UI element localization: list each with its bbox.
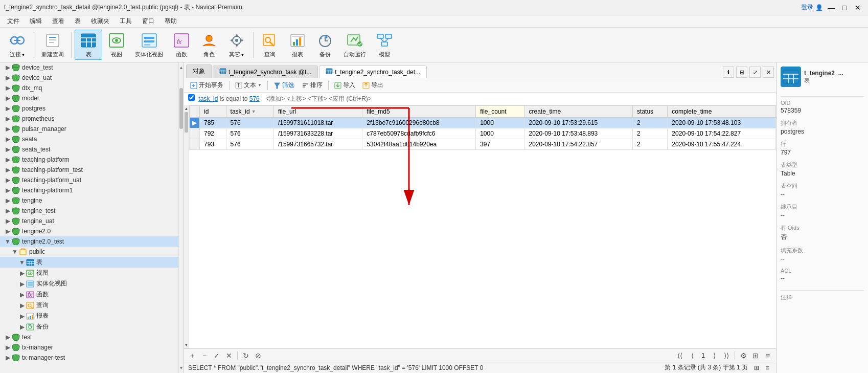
sort-button[interactable]: 排序 bbox=[299, 80, 326, 91]
table-row[interactable]: 792 576 /1599731633228.tar c787eb50978cd… bbox=[190, 128, 776, 139]
status-grid-icon[interactable]: ⊞ bbox=[752, 363, 761, 372]
check-button[interactable]: ✓ bbox=[212, 350, 222, 361]
menu-view[interactable]: 查看 bbox=[47, 16, 70, 27]
tool-function[interactable]: fx 函数 bbox=[168, 30, 195, 59]
sidebar-item-teaching-platform_uat[interactable]: ▶ teaching-platform_uat bbox=[0, 175, 178, 185]
import-button[interactable]: 导入 bbox=[331, 80, 358, 91]
sidebar-item-tengine2.0_test[interactable]: ▼ tengine2.0_test bbox=[0, 236, 178, 247]
sidebar-item-teaching-platform[interactable]: ▶ teaching-platform bbox=[0, 155, 178, 165]
table-row[interactable]: ▶ 785 576 /1599731611018.tar 2f13be7c916… bbox=[190, 118, 776, 128]
tool-role[interactable]: 角色 bbox=[196, 30, 222, 59]
begin-tx-button[interactable]: 开始事务 bbox=[187, 80, 226, 91]
sidebar-item-tengine_uat[interactable]: ▶ tengine_uat bbox=[0, 216, 178, 226]
sidebar-item-views[interactable]: ▶ 视图 bbox=[0, 268, 178, 278]
col-complete_time[interactable]: complete_time bbox=[668, 106, 776, 118]
col-status[interactable]: status bbox=[633, 106, 668, 118]
tool-view[interactable]: 视图 bbox=[103, 30, 130, 59]
menu-table[interactable]: 表 bbox=[70, 16, 86, 27]
tool-backup[interactable]: 备份 bbox=[312, 30, 338, 59]
menu-window[interactable]: 窗口 bbox=[137, 16, 159, 27]
sidebar-item-tengine_test[interactable]: ▶ tengine_test bbox=[0, 206, 178, 216]
sidebar-item-tengine2.0[interactable]: ▶ tengine2.0 bbox=[0, 226, 178, 236]
sidebar-item-backups[interactable]: ▶ 备份 bbox=[0, 321, 178, 332]
close-tab-button[interactable]: ✕ bbox=[763, 67, 774, 78]
sidebar-vscrollbar[interactable]: ▲ ▼ bbox=[178, 62, 184, 373]
menu-help[interactable]: 帮助 bbox=[159, 16, 182, 27]
tool-connect[interactable]: 连接 ▼ bbox=[4, 30, 31, 59]
col-create_time[interactable]: create_time bbox=[524, 106, 633, 118]
prev-page-button[interactable]: ⟨ bbox=[687, 350, 697, 361]
left-scroll-down[interactable]: ▼ bbox=[185, 343, 189, 347]
filter-field[interactable]: task_id bbox=[198, 95, 218, 102]
col-file_md5[interactable]: file_md5 bbox=[362, 106, 476, 118]
table-row[interactable]: 793 576 /1599731665732.tar 53042f48aa1d8… bbox=[190, 139, 776, 150]
tool-auto-run[interactable]: 自动运行 bbox=[339, 30, 370, 59]
next-page-button[interactable]: ⟩ bbox=[709, 350, 719, 361]
col-task_id[interactable]: task_id▼ bbox=[226, 106, 273, 118]
sidebar-item-seata[interactable]: ▶ seata bbox=[0, 134, 178, 144]
cancel-button[interactable]: ✕ bbox=[224, 350, 234, 361]
user-label[interactable]: 登录 bbox=[801, 3, 813, 12]
settings-button[interactable]: ⚙ bbox=[738, 350, 748, 361]
menu-file[interactable]: 文件 bbox=[2, 16, 25, 27]
add-row-button[interactable]: + bbox=[187, 350, 197, 361]
sidebar-item-model[interactable]: ▶ model bbox=[0, 93, 178, 103]
menu-tools[interactable]: 工具 bbox=[115, 16, 137, 27]
sidebar-scroll[interactable]: ▶ device_test ▶ device_uat ▶ dtx_mq bbox=[0, 62, 178, 373]
tool-table[interactable]: 表 bbox=[75, 30, 102, 60]
tab-task-detail[interactable]: t_tengine2_synchro_task_det... bbox=[319, 65, 427, 78]
col-file_count[interactable]: file_count bbox=[476, 106, 524, 118]
sidebar-item-tx-manager-test[interactable]: ▶ tx-manager-test bbox=[0, 353, 178, 363]
filter-button[interactable]: 筛选 bbox=[270, 80, 298, 91]
sidebar-item-tengine[interactable]: ▶ tengine bbox=[0, 195, 178, 206]
tool-other[interactable]: 其它 ▼ bbox=[223, 30, 250, 59]
left-scroll[interactable]: ▲ ▼ bbox=[184, 105, 189, 348]
refresh-button[interactable]: ↻ bbox=[241, 350, 251, 361]
tool-model[interactable]: 模型 bbox=[371, 30, 398, 59]
first-page-button[interactable]: ⟨⟨ bbox=[675, 350, 685, 361]
status-form-icon[interactable]: ≡ bbox=[763, 363, 772, 372]
remove-row-button[interactable]: − bbox=[199, 350, 210, 361]
menu-favorites[interactable]: 收藏夹 bbox=[86, 16, 115, 27]
sidebar-item-functions[interactable]: ▶ fx 函数 bbox=[0, 289, 178, 300]
sidebar-item-tables[interactable]: ▼ 表 bbox=[0, 257, 178, 268]
last-page-button[interactable]: ⟩⟩ bbox=[721, 350, 732, 361]
left-scroll-up[interactable]: ▲ bbox=[185, 106, 189, 111]
info-button[interactable]: ℹ bbox=[723, 67, 734, 78]
tool-report[interactable]: 报表 bbox=[284, 30, 311, 59]
text-button[interactable]: T 文本 ▼ bbox=[232, 80, 265, 91]
sidebar-scroll-down[interactable]: ▼ bbox=[179, 363, 184, 373]
sidebar-item-device_uat[interactable]: ▶ device_uat bbox=[0, 73, 178, 83]
tool-query[interactable]: 查询 bbox=[257, 30, 283, 59]
sidebar-item-tx-manager[interactable]: ▶ tx-manager bbox=[0, 342, 178, 353]
sidebar-item-mat-views[interactable]: ▶ 实体化视图 bbox=[0, 278, 178, 289]
sidebar-scroll-up[interactable]: ▲ bbox=[179, 62, 184, 73]
tool-new-query[interactable]: 新建查询 bbox=[37, 30, 68, 59]
sidebar-item-reports[interactable]: ▶ 报表 bbox=[0, 311, 178, 321]
sidebar-item-prometheus[interactable]: ▶ prometheus bbox=[0, 114, 178, 124]
grid-layout-button[interactable]: ⊞ bbox=[736, 67, 747, 78]
sidebar-item-postgres[interactable]: ▶ postgres bbox=[0, 103, 178, 114]
filter-value[interactable]: 576 bbox=[249, 95, 260, 102]
filter-checkbox[interactable] bbox=[188, 94, 195, 101]
minimize-button[interactable]: — bbox=[825, 3, 837, 13]
table-wrapper[interactable]: id task_id▼ file_url file_md5 bbox=[189, 105, 776, 348]
sidebar-item-device_test[interactable]: ▶ device_test bbox=[0, 62, 178, 73]
sidebar-item-seata_test[interactable]: ▶ seata_test bbox=[0, 144, 178, 155]
sidebar-item-public[interactable]: ▼ public bbox=[0, 247, 178, 257]
maximize-button[interactable]: □ bbox=[838, 3, 851, 13]
sidebar-item-queries[interactable]: ▶ 查询 bbox=[0, 300, 178, 311]
tab-object[interactable]: 对象 bbox=[186, 64, 212, 78]
menu-edit[interactable]: 编辑 bbox=[25, 16, 47, 27]
tab-task[interactable]: t_tengine2_synchro_task @t... bbox=[213, 65, 318, 78]
sidebar-item-pulsar_manager[interactable]: ▶ pulsar_manager bbox=[0, 124, 178, 134]
col-id[interactable]: id bbox=[200, 106, 226, 118]
sidebar-item-teaching-platform_test[interactable]: ▶ teaching-platform_test bbox=[0, 165, 178, 175]
export-button[interactable]: 导出 bbox=[359, 80, 386, 91]
col-file_url[interactable]: file_url bbox=[273, 106, 362, 118]
close-button[interactable]: ✕ bbox=[852, 3, 864, 13]
sidebar-item-test[interactable]: ▶ test bbox=[0, 332, 178, 342]
grid-view-button[interactable]: ⊞ bbox=[750, 350, 761, 361]
form-view-button[interactable]: ≡ bbox=[763, 350, 773, 361]
stop-button[interactable]: ⊘ bbox=[253, 350, 263, 361]
